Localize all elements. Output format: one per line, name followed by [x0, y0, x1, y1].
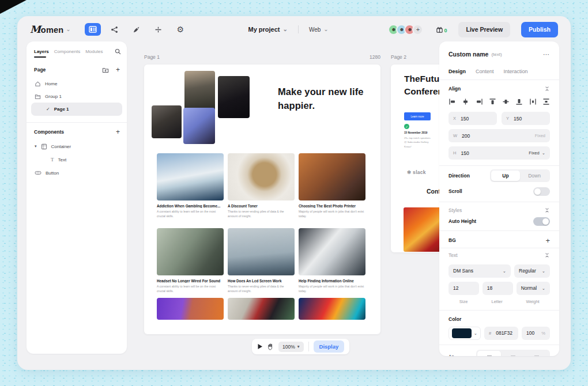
font-family-dropdown[interactable]: DM Sans ⌄: [448, 264, 511, 278]
height-field-row: H 150 Fixed ⌄: [448, 146, 550, 160]
app-logo-menu[interactable]: Momen ⌄: [30, 24, 71, 35]
zoom-level-dropdown[interactable]: 100% ▾: [278, 342, 304, 352]
sidebar-item-text[interactable]: T Text: [31, 154, 122, 165]
publish-button[interactable]: Publish: [521, 22, 558, 37]
tab-modules[interactable]: Modules: [85, 49, 103, 54]
hand-tool-icon[interactable]: [267, 343, 274, 350]
learn-more-button[interactable]: Learn more: [404, 112, 431, 120]
sidebar-item-button[interactable]: Button: [31, 167, 122, 179]
align-left-icon[interactable]: [448, 98, 456, 105]
card-image-headphones: [228, 153, 295, 200]
article-card[interactable]: Headset No Longer Wired For Sound A cons…: [157, 228, 224, 294]
color-hex-field[interactable]: # 081F32: [484, 327, 518, 340]
hero-headline[interactable]: Make your new life happier.: [278, 85, 371, 113]
collage-photo-man-smiling[interactable]: [152, 105, 182, 138]
artboard2-label[interactable]: Page 2: [391, 54, 406, 60]
color-opacity-field[interactable]: 100 %: [522, 327, 550, 340]
align-center-horizontal-icon[interactable]: [462, 98, 469, 105]
expand-triangle-icon[interactable]: ▾: [35, 144, 37, 149]
collapse-section-icon[interactable]: [544, 207, 550, 213]
y-position-field[interactable]: Y 150: [502, 112, 550, 125]
play-mode-icon[interactable]: [257, 343, 263, 350]
platform-switcher[interactable]: Web ⌄: [309, 27, 329, 33]
distribute-horizontal-icon[interactable]: [529, 98, 537, 105]
board-view-button[interactable]: [85, 23, 101, 36]
font-weight-dropdown[interactable]: Normal ⌄: [517, 282, 550, 295]
card-image-phone-stats[interactable]: [228, 298, 295, 320]
align-right-icon[interactable]: [476, 98, 483, 105]
sidebar-item-container[interactable]: ▾ Container: [31, 141, 122, 152]
font-size-field[interactable]: 12: [448, 282, 479, 295]
direction-down-option[interactable]: Down: [520, 171, 549, 181]
add-component-icon[interactable]: +: [116, 128, 120, 136]
settings-button[interactable]: ⚙: [172, 23, 189, 36]
xy-fields-row: X 150 Y 150: [448, 112, 550, 125]
auto-height-toggle[interactable]: [533, 217, 550, 226]
align-top-icon[interactable]: [489, 98, 496, 105]
collage-photo-woman-portrait[interactable]: [218, 76, 250, 118]
tab-interaction[interactable]: Interaction: [504, 69, 528, 74]
tab-layers[interactable]: Layers: [34, 49, 49, 54]
sidebar-item-group1[interactable]: Group 1: [31, 90, 122, 102]
sidebar-item-page1[interactable]: ✓ Page 1: [31, 103, 122, 116]
aa-case-label[interactable]: Aa: [448, 354, 454, 357]
artboard1-label[interactable]: Page 1: [144, 54, 160, 60]
x-position-field[interactable]: X 150: [448, 112, 497, 125]
tab-components[interactable]: Components: [54, 49, 80, 54]
text-align-option[interactable]: [525, 351, 549, 356]
page2-feature-image[interactable]: [404, 207, 444, 252]
event-description[interactable]: 25+ top notch speakers @ Sabcstudio Gall…: [404, 136, 432, 149]
card-desc: A constant ability to learn will be on t…: [157, 285, 224, 294]
distribute-vertical-icon[interactable]: [542, 98, 550, 105]
project-switcher[interactable]: My project ⌄: [248, 26, 287, 33]
direction-up-option[interactable]: Up: [491, 171, 520, 181]
font-metrics-row: 12 18 Normal ⌄: [448, 281, 550, 295]
artboard-page1[interactable]: Make your new life happier. Addiction Wh…: [144, 65, 380, 334]
text-align-option[interactable]: [477, 351, 501, 356]
slack-logo[interactable]: ✻ slack: [407, 169, 426, 175]
color-swatch-dropdown[interactable]: ⌄: [448, 327, 481, 340]
add-bg-icon[interactable]: +: [545, 236, 550, 245]
collage-photo-man-profile[interactable]: [184, 71, 215, 113]
height-mode-dropdown[interactable]: Fixed ⌄: [529, 150, 545, 156]
width-field[interactable]: W 200 Fixed: [448, 129, 550, 142]
height-field[interactable]: H 150 Fixed ⌄: [448, 146, 550, 160]
distribute-tool-button[interactable]: [150, 23, 167, 36]
tab-content[interactable]: Content: [476, 69, 494, 74]
article-card[interactable]: How Does An Lcd Screen Work Thanks to ne…: [228, 228, 295, 294]
tab-design[interactable]: Design: [448, 69, 466, 74]
card-image-abstract-wallpaper[interactable]: [299, 298, 365, 320]
article-card[interactable]: Help Finding Information Online Majority…: [299, 228, 365, 294]
share-nodes-button[interactable]: [107, 23, 123, 36]
add-page-icon[interactable]: +: [116, 66, 120, 74]
collage-photo-woman-blue[interactable]: [183, 108, 215, 144]
gift-icon: [436, 26, 443, 33]
credits-indicator[interactable]: 0: [436, 26, 447, 33]
add-folder-icon[interactable]: [102, 67, 109, 73]
width-mode: Fixed: [535, 133, 545, 138]
event-date[interactable]: 15 November 2019: [404, 131, 427, 134]
scroll-toggle[interactable]: [533, 187, 550, 196]
card-desc: Thanks to never-ending piles of data & t…: [228, 210, 295, 219]
letter-spacing-field[interactable]: 18: [483, 282, 513, 295]
article-card[interactable]: Addiction When Gambling Become... A cons…: [157, 153, 224, 219]
more-options-icon[interactable]: ⋯: [543, 51, 550, 58]
page2-heading[interactable]: TheFuture Conference: [404, 73, 444, 97]
collapse-section-icon[interactable]: [544, 86, 550, 92]
add-collaborator-button[interactable]: +: [412, 24, 423, 35]
direction-label: Direction: [448, 173, 470, 179]
card-image-vr-headset[interactable]: [157, 298, 224, 320]
components-section-header: Components +: [34, 128, 120, 136]
text-align-option[interactable]: [501, 351, 525, 356]
sidebar-item-home[interactable]: Home: [31, 78, 122, 89]
article-card[interactable]: Choosing The Best Photo Printer Majority…: [299, 153, 365, 219]
article-card[interactable]: A Discount Toner Thanks to never-ending …: [228, 153, 295, 219]
live-preview-button[interactable]: Live Preview: [458, 22, 510, 37]
rocket-button[interactable]: [129, 23, 145, 36]
collapse-section-icon[interactable]: [544, 252, 550, 258]
font-style-dropdown[interactable]: Regular ⌄: [514, 264, 550, 278]
align-center-vertical-icon[interactable]: [502, 98, 510, 105]
align-bottom-icon[interactable]: [515, 98, 523, 105]
display-button[interactable]: Display: [314, 340, 345, 353]
search-icon[interactable]: [115, 48, 121, 55]
